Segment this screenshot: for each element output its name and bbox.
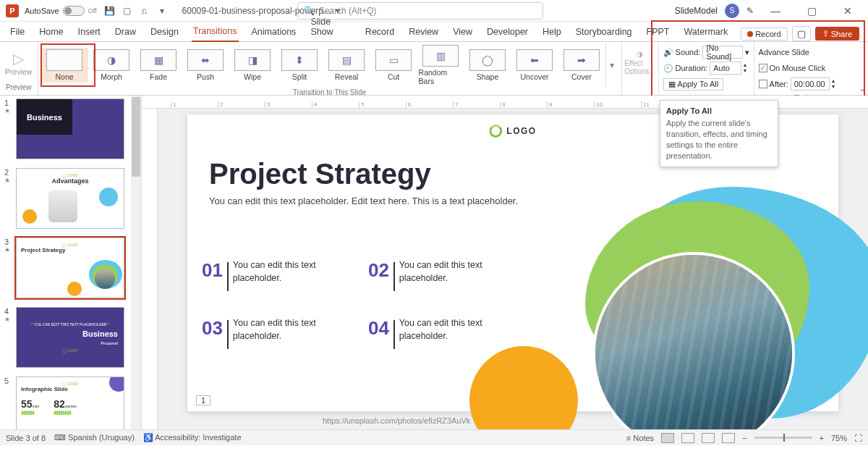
- slide-subtitle[interactable]: You can edit this text placeholder. Edit…: [209, 195, 518, 206]
- quick-access-toolbar: 💾 ▢ ⎌ ▾: [104, 5, 168, 17]
- thumb-row[interactable]: 5 ◯ LOGOInfographic Slide55men▮▮▮▮▮▮82wo…: [0, 374, 141, 429]
- view-sorter-icon[interactable]: [681, 433, 694, 443]
- tab-design[interactable]: Design: [149, 24, 180, 41]
- thumb-number: 4: [4, 307, 13, 316]
- view-reading-icon[interactable]: [702, 433, 715, 443]
- transition-shape[interactable]: ◯Shape: [464, 48, 511, 83]
- tab-help[interactable]: Help: [541, 24, 563, 41]
- minimize-icon[interactable]: —: [761, 1, 790, 21]
- thumb-number: 2: [4, 168, 13, 177]
- thumb-row[interactable]: 2★ ◯ LOGOAdvantages: [0, 165, 141, 235]
- tooltip-title: Apply To All: [666, 106, 772, 115]
- zoom-value[interactable]: 75%: [831, 434, 847, 442]
- tooltip-body: Apply the current slide's transition, ef…: [666, 118, 772, 161]
- transition-wipe[interactable]: ◨Wipe: [229, 48, 276, 83]
- preview-icon[interactable]: ▷: [13, 50, 24, 67]
- thumb-number: 3: [4, 237, 13, 246]
- zoom-slider[interactable]: [754, 437, 812, 439]
- thumb-row[interactable]: 4★ " YOU CAN EDIT THIS TEXT PLACEHOLDER …: [0, 304, 141, 374]
- maximize-icon[interactable]: ▢: [797, 1, 826, 21]
- thumb-number: 5: [4, 376, 13, 385]
- tab-transitions[interactable]: Transitions: [192, 23, 239, 42]
- search-input[interactable]: 🔍 Search (Alt+Q): [297, 2, 543, 20]
- toggle-switch-icon[interactable]: [63, 6, 85, 16]
- tab-record[interactable]: Record: [364, 24, 396, 41]
- tab-developer[interactable]: Developer: [485, 24, 529, 41]
- autosave-toggle[interactable]: AutoSave Off: [25, 6, 97, 16]
- search-placeholder: Search (Alt+Q): [319, 6, 377, 16]
- group-preview-label: Preview: [0, 83, 38, 95]
- tooltip: Apply To All Apply the current slide's t…: [660, 100, 778, 167]
- tab-file[interactable]: File: [9, 24, 26, 41]
- animation-star-icon: ★: [4, 246, 13, 253]
- tab-review[interactable]: Review: [407, 24, 440, 41]
- yellow-blob-shape: [469, 346, 578, 429]
- preview-label: Preview: [5, 67, 32, 76]
- slide-logo: LOGO: [489, 125, 536, 138]
- autosave-label: AutoSave: [25, 7, 59, 15]
- status-accessibility[interactable]: ♿ Accessibility: Investigate: [143, 433, 242, 442]
- transition-reveal[interactable]: ▤Reveal: [323, 48, 370, 83]
- tab-animations[interactable]: Animations: [250, 24, 298, 41]
- point-02[interactable]: 02You can edit this text placeholder.: [368, 259, 527, 291]
- brand-label: SlideModel: [675, 6, 718, 16]
- slide-title[interactable]: Project Strategy: [209, 158, 431, 190]
- animation-star-icon: ★: [4, 316, 13, 323]
- qat-more-icon[interactable]: ▾: [156, 5, 168, 17]
- search-icon: 🔍: [304, 6, 315, 16]
- highlight-box: [41, 43, 95, 87]
- user-avatar[interactable]: S: [725, 4, 739, 18]
- status-bar: Slide 3 of 8 ⌨ Spanish (Uruguay) ♿ Acces…: [0, 429, 868, 445]
- pen-icon[interactable]: ✎: [746, 6, 754, 16]
- transition-split[interactable]: ⬍Split: [276, 48, 323, 83]
- image-credit-url: https://unsplash.com/photos/efizRZ3AuVk: [323, 416, 470, 425]
- fit-icon[interactable]: ⛶: [854, 434, 862, 442]
- autosave-state: Off: [88, 7, 97, 14]
- logo-ring-icon: [489, 125, 502, 138]
- effect-icon: ◑: [637, 50, 643, 58]
- thumb-row[interactable]: 3★ ◯ LOGOProject Strategy: [0, 235, 141, 304]
- close-icon[interactable]: ✕: [833, 1, 862, 21]
- status-lang[interactable]: ⌨ Spanish (Uruguay): [54, 433, 135, 442]
- undo-icon[interactable]: ⎌: [139, 5, 150, 17]
- point-03[interactable]: 03You can edit this text placeholder.: [202, 317, 361, 349]
- transition-uncover[interactable]: ⬅Uncover: [511, 48, 558, 83]
- notes-button[interactable]: ≡ Notes: [626, 434, 654, 442]
- status-slide[interactable]: Slide 3 of 8: [6, 434, 46, 442]
- transition-randombars[interactable]: ▥Random Bars: [417, 43, 464, 87]
- tab-storyboarding[interactable]: Storyboarding: [574, 24, 634, 41]
- animation-star-icon: ★: [4, 177, 13, 184]
- thumb-row[interactable]: 1★ Business: [0, 96, 141, 165]
- transition-push[interactable]: ⬌Push: [182, 48, 229, 83]
- tab-draw[interactable]: Draw: [114, 24, 137, 41]
- point-04[interactable]: 04You can edit this text placeholder.: [368, 317, 527, 349]
- ruler-vertical: [142, 109, 158, 429]
- powerpoint-icon: P: [6, 4, 19, 17]
- tab-view[interactable]: View: [451, 24, 474, 41]
- zoom-out-icon[interactable]: −: [742, 434, 746, 442]
- title-bar: P AutoSave Off 💾 ▢ ⎌ ▾ 60009-01-business…: [0, 0, 868, 22]
- view-normal-icon[interactable]: [661, 433, 674, 443]
- slide-thumb-1[interactable]: Business: [16, 98, 124, 159]
- slide-thumb-4[interactable]: " YOU CAN EDIT THIS TEXT PLACEHOLDER "Bu…: [16, 307, 124, 368]
- tab-home[interactable]: Home: [38, 24, 64, 41]
- view-slideshow-icon[interactable]: [722, 433, 735, 443]
- present-icon[interactable]: ▢: [122, 5, 133, 17]
- slide-thumb-2[interactable]: ◯ LOGOAdvantages: [16, 168, 124, 229]
- transition-cut[interactable]: ▭Cut: [370, 48, 417, 83]
- slide-thumb-3[interactable]: ◯ LOGOProject Strategy: [16, 237, 124, 298]
- slide-thumb-5[interactable]: ◯ LOGOInfographic Slide55men▮▮▮▮▮▮82wome…: [16, 376, 124, 429]
- slide-page-number: 1: [196, 395, 210, 405]
- gallery-more-icon[interactable]: ▾: [605, 43, 618, 87]
- animation-star-icon: ★: [4, 107, 13, 114]
- point-01[interactable]: 01You can edit this text placeholder.: [202, 259, 361, 291]
- tab-insert[interactable]: Insert: [77, 24, 102, 41]
- zoom-in-icon[interactable]: +: [820, 434, 824, 442]
- thumbs-scrollbar[interactable]: [131, 96, 141, 429]
- save-icon[interactable]: 💾: [104, 5, 116, 17]
- transition-fade[interactable]: ▦Fade: [135, 48, 182, 83]
- slide-thumbnails[interactable]: 1★ Business 2★ ◯ LOGOAdvantages 3★ ◯ LOG…: [0, 96, 142, 429]
- transition-cover[interactable]: ➡Cover: [558, 48, 605, 83]
- thumb-number: 1: [4, 98, 13, 107]
